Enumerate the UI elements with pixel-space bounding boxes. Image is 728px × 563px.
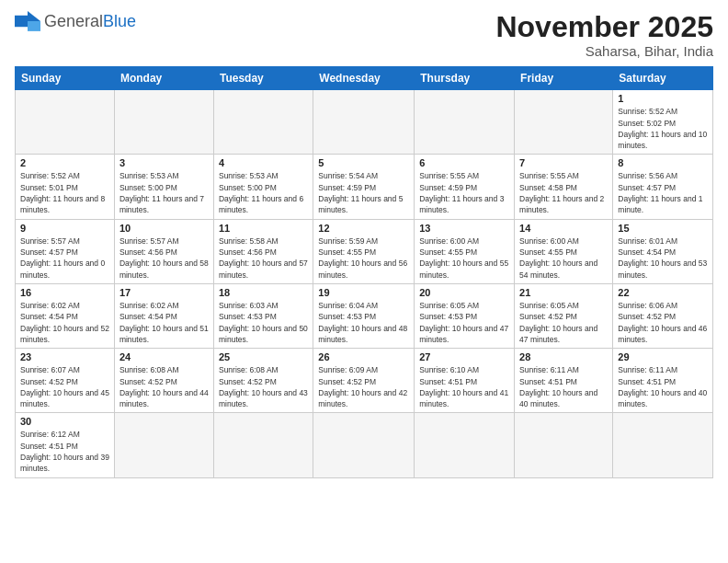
- empty-cell: [313, 90, 415, 155]
- week-row-4: 16 Sunrise: 6:02 AMSunset: 4:54 PMDaylig…: [16, 283, 713, 348]
- header-tuesday: Tuesday: [213, 67, 313, 90]
- day-29: 29 Sunrise: 6:11 AMSunset: 4:51 PMDaylig…: [613, 349, 713, 413]
- empty-cell: [515, 413, 613, 477]
- empty-cell: [213, 413, 313, 477]
- header: GeneralBlue November 2025 Saharsa, Bihar…: [15, 11, 713, 59]
- empty-cell: [415, 90, 515, 155]
- day-13: 13 Sunrise: 6:00 AMSunset: 4:55 PMDaylig…: [415, 219, 515, 283]
- empty-cell: [313, 413, 415, 477]
- svg-marker-2: [28, 21, 40, 31]
- logo: GeneralBlue: [15, 11, 136, 31]
- day-3: 3 Sunrise: 5:53 AMSunset: 5:00 PMDayligh…: [114, 155, 213, 219]
- day-22: 22 Sunrise: 6:06 AMSunset: 4:52 PMDaylig…: [613, 283, 713, 348]
- day-19: 19 Sunrise: 6:04 AMSunset: 4:53 PMDaylig…: [313, 283, 415, 348]
- week-row-6: 30 Sunrise: 6:12 AMSunset: 4:51 PMDaylig…: [16, 413, 713, 477]
- header-friday: Friday: [515, 67, 613, 90]
- day-24: 24 Sunrise: 6:08 AMSunset: 4:52 PMDaylig…: [114, 349, 213, 413]
- day-25: 25 Sunrise: 6:08 AMSunset: 4:52 PMDaylig…: [213, 349, 313, 413]
- week-row-1: 1 Sunrise: 5:52 AM Sunset: 5:02 PM Dayli…: [16, 90, 713, 155]
- day-23: 23 Sunrise: 6:07 AMSunset: 4:52 PMDaylig…: [16, 349, 115, 413]
- empty-cell: [114, 413, 213, 477]
- header-saturday: Saturday: [613, 67, 713, 90]
- logo-text: GeneralBlue: [44, 13, 136, 30]
- day-9: 9 Sunrise: 5:57 AMSunset: 4:57 PMDayligh…: [16, 219, 115, 283]
- empty-cell: [114, 90, 213, 155]
- month-title: November 2025: [495, 11, 713, 43]
- generalblue-logo-icon: [15, 11, 40, 31]
- svg-marker-1: [28, 11, 40, 21]
- empty-cell: [515, 90, 613, 155]
- week-row-2: 2 Sunrise: 5:52 AMSunset: 5:01 PMDayligh…: [16, 155, 713, 219]
- header-monday: Monday: [114, 67, 213, 90]
- day-12: 12 Sunrise: 5:59 AMSunset: 4:55 PMDaylig…: [313, 219, 415, 283]
- day-4: 4 Sunrise: 5:53 AMSunset: 5:00 PMDayligh…: [213, 155, 313, 219]
- day-8: 8 Sunrise: 5:56 AMSunset: 4:57 PMDayligh…: [613, 155, 713, 219]
- svg-rect-0: [15, 16, 28, 27]
- day-26: 26 Sunrise: 6:09 AMSunset: 4:52 PMDaylig…: [313, 349, 415, 413]
- empty-cell: [213, 90, 313, 155]
- day-30: 30 Sunrise: 6:12 AMSunset: 4:51 PMDaylig…: [16, 413, 115, 477]
- header-thursday: Thursday: [415, 67, 515, 90]
- calendar-table: Sunday Monday Tuesday Wednesday Thursday…: [15, 66, 713, 478]
- empty-cell: [415, 413, 515, 477]
- day-11: 11 Sunrise: 5:58 AMSunset: 4:56 PMDaylig…: [213, 219, 313, 283]
- header-sunday: Sunday: [16, 67, 115, 90]
- week-row-5: 23 Sunrise: 6:07 AMSunset: 4:52 PMDaylig…: [16, 349, 713, 413]
- week-row-3: 9 Sunrise: 5:57 AMSunset: 4:57 PMDayligh…: [16, 219, 713, 283]
- day-5: 5 Sunrise: 5:54 AMSunset: 4:59 PMDayligh…: [313, 155, 415, 219]
- weekday-header-row: Sunday Monday Tuesday Wednesday Thursday…: [16, 67, 713, 90]
- day-10: 10 Sunrise: 5:57 AMSunset: 4:56 PMDaylig…: [114, 219, 213, 283]
- day-1: 1 Sunrise: 5:52 AM Sunset: 5:02 PM Dayli…: [613, 90, 713, 155]
- header-wednesday: Wednesday: [313, 67, 415, 90]
- day-17: 17 Sunrise: 6:02 AMSunset: 4:54 PMDaylig…: [114, 283, 213, 348]
- empty-cell: [613, 413, 713, 477]
- day-20: 20 Sunrise: 6:05 AMSunset: 4:53 PMDaylig…: [415, 283, 515, 348]
- day-15: 15 Sunrise: 6:01 AMSunset: 4:54 PMDaylig…: [613, 219, 713, 283]
- day-2: 2 Sunrise: 5:52 AMSunset: 5:01 PMDayligh…: [16, 155, 115, 219]
- page: GeneralBlue November 2025 Saharsa, Bihar…: [0, 0, 728, 563]
- empty-cell: [16, 90, 115, 155]
- day-14: 14 Sunrise: 6:00 AMSunset: 4:55 PMDaylig…: [515, 219, 613, 283]
- day-21: 21 Sunrise: 6:05 AMSunset: 4:52 PMDaylig…: [515, 283, 613, 348]
- location-subtitle: Saharsa, Bihar, India: [495, 43, 713, 59]
- day-28: 28 Sunrise: 6:11 AMSunset: 4:51 PMDaylig…: [515, 349, 613, 413]
- day-18: 18 Sunrise: 6:03 AMSunset: 4:53 PMDaylig…: [213, 283, 313, 348]
- day-16: 16 Sunrise: 6:02 AMSunset: 4:54 PMDaylig…: [16, 283, 115, 348]
- title-block: November 2025 Saharsa, Bihar, India: [495, 11, 713, 59]
- day-7: 7 Sunrise: 5:55 AMSunset: 4:58 PMDayligh…: [515, 155, 613, 219]
- day-6: 6 Sunrise: 5:55 AMSunset: 4:59 PMDayligh…: [415, 155, 515, 219]
- day-27: 27 Sunrise: 6:10 AMSunset: 4:51 PMDaylig…: [415, 349, 515, 413]
